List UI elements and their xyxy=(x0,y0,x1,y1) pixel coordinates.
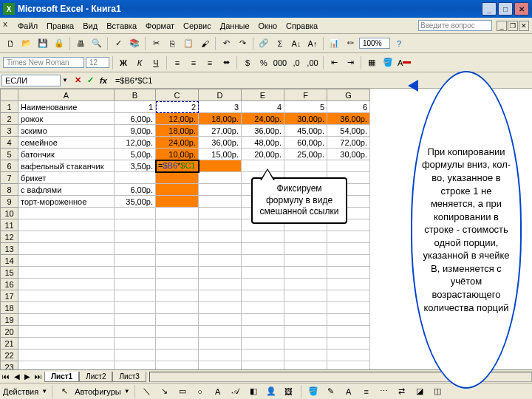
new-icon[interactable]: 🗋 xyxy=(3,36,18,51)
fill-color-draw-icon[interactable]: 🪣 xyxy=(306,384,321,399)
increase-decimal-icon[interactable]: ,00 xyxy=(305,55,320,70)
underline-icon[interactable]: Ч xyxy=(149,55,163,70)
row-header[interactable]: 5 xyxy=(1,149,18,160)
cell-E1[interactable]: 4 xyxy=(242,101,284,113)
font-color-icon[interactable]: A xyxy=(397,55,412,70)
row-header[interactable]: 2 xyxy=(1,113,18,125)
currency-icon[interactable]: $ xyxy=(240,55,255,70)
cell-C4[interactable]: 24,00р. xyxy=(156,137,199,149)
row-header[interactable]: 22 xyxy=(1,349,18,361)
bold-icon[interactable]: Ж xyxy=(116,55,131,70)
align-right-icon[interactable]: ≡ xyxy=(202,55,217,70)
drawing-icon[interactable]: ✏ xyxy=(343,36,358,51)
decrease-indent-icon[interactable]: ⇤ xyxy=(327,55,341,70)
3d-icon[interactable]: ◫ xyxy=(430,384,445,399)
spreadsheet-grid[interactable]: A B C D E F G 1 Наименование 1 2 3 4 5 6… xyxy=(0,89,370,369)
cell-A8[interactable]: с вафлями xyxy=(18,184,115,196)
cell-D7[interactable] xyxy=(199,172,242,184)
cell-C5[interactable]: 10,00р. xyxy=(156,149,199,160)
row-header[interactable]: 16 xyxy=(1,279,18,290)
tab-nav-last-icon[interactable]: ⏭ xyxy=(33,372,44,381)
row-header[interactable]: 8 xyxy=(1,184,18,196)
row-header[interactable]: 13 xyxy=(1,243,18,255)
line-color-icon[interactable]: ✎ xyxy=(324,384,338,399)
confirm-formula-button[interactable]: ✓ xyxy=(85,75,97,86)
cell-C8[interactable] xyxy=(156,184,199,196)
dropdown-icon[interactable]: ▼ xyxy=(124,388,130,395)
font-select[interactable] xyxy=(3,57,84,68)
menu-window[interactable]: Окно xyxy=(254,20,282,32)
row-header[interactable]: 14 xyxy=(1,255,18,267)
cell-D1[interactable]: 3 xyxy=(199,101,242,113)
fill-color-icon[interactable]: 🪣 xyxy=(381,55,395,70)
font-size-select[interactable] xyxy=(86,57,109,68)
row-header[interactable]: 12 xyxy=(1,231,18,243)
menu-view[interactable]: Вид xyxy=(78,20,102,32)
rectangle-icon[interactable]: ▭ xyxy=(175,384,190,399)
dropdown-icon[interactable]: ▼ xyxy=(41,388,47,395)
font-color-draw-icon[interactable]: A xyxy=(341,384,356,399)
percent-icon[interactable]: % xyxy=(256,55,271,70)
col-header-E[interactable]: E xyxy=(242,89,284,101)
line-icon[interactable]: ＼ xyxy=(140,384,154,399)
cell-D4[interactable]: 36,00р. xyxy=(199,137,242,149)
redo-icon[interactable]: ↷ xyxy=(235,36,250,51)
arrow-icon[interactable]: ↘ xyxy=(157,384,172,399)
mdi-close[interactable]: ✕ xyxy=(519,21,529,31)
cell-D3[interactable]: 27,00р. xyxy=(199,125,242,137)
decrease-decimal-icon[interactable]: ,0 xyxy=(289,55,304,70)
maximize-button[interactable]: □ xyxy=(498,2,513,16)
minimize-button[interactable]: _ xyxy=(482,2,497,16)
col-header-A[interactable]: A xyxy=(18,89,115,101)
format-painter-icon[interactable]: 🖌 xyxy=(197,36,212,51)
cancel-formula-button[interactable]: ✕ xyxy=(72,75,84,86)
autosum-icon[interactable]: Σ xyxy=(273,36,287,51)
cell-F3[interactable]: 45,00р. xyxy=(284,125,327,137)
menu-data[interactable]: Данные xyxy=(216,20,254,32)
cell-B4[interactable]: 12,00р. xyxy=(115,137,156,149)
row-header[interactable]: 4 xyxy=(1,137,18,149)
row-header[interactable]: 20 xyxy=(1,326,18,338)
row-header[interactable]: 21 xyxy=(1,338,18,349)
select-objects-icon[interactable]: ↖ xyxy=(57,384,72,399)
cell-E3[interactable]: 36,00р. xyxy=(242,125,284,137)
actions-menu[interactable]: Действия xyxy=(3,387,38,396)
col-header-D[interactable]: D xyxy=(199,89,242,101)
cell-G5[interactable]: 30,00р. xyxy=(327,149,370,160)
row-header[interactable]: 3 xyxy=(1,125,18,137)
align-left-icon[interactable]: ≡ xyxy=(170,55,185,70)
diagram-icon[interactable]: ◧ xyxy=(246,384,261,399)
open-icon[interactable]: 📂 xyxy=(19,36,34,51)
cell-D6[interactable] xyxy=(199,160,242,172)
cell-C9[interactable] xyxy=(156,196,199,208)
dash-style-icon[interactable]: ⋯ xyxy=(377,384,392,399)
cell-B8[interactable]: 6,00р. xyxy=(115,184,156,196)
menu-insert[interactable]: Вставка xyxy=(102,20,141,32)
menu-edit[interactable]: Правка xyxy=(42,20,78,32)
cell-A5[interactable]: батончик xyxy=(18,149,115,160)
cell-C7[interactable] xyxy=(156,172,199,184)
shadow-icon[interactable]: ◪ xyxy=(412,384,427,399)
sheet-tab-1[interactable]: Лист1 xyxy=(44,372,79,382)
chart-icon[interactable]: 📊 xyxy=(327,36,341,51)
save-icon[interactable]: 💾 xyxy=(35,36,50,51)
arrow-style-icon[interactable]: ⇄ xyxy=(395,384,409,399)
zoom-input[interactable] xyxy=(359,38,390,49)
cell-F1[interactable]: 5 xyxy=(284,101,327,113)
clipart-icon[interactable]: 👤 xyxy=(264,384,279,399)
spell-icon[interactable]: ✓ xyxy=(111,36,126,51)
cell-B6[interactable]: 3,50р. xyxy=(115,160,156,172)
help-question-input[interactable] xyxy=(418,20,492,31)
close-button[interactable]: ✕ xyxy=(514,2,529,16)
paste-icon[interactable]: 📋 xyxy=(181,36,196,51)
cell-G4[interactable]: 72,00р. xyxy=(327,137,370,149)
cell-F4[interactable]: 60,00р. xyxy=(284,137,327,149)
cell-E4[interactable]: 48,00р. xyxy=(242,137,284,149)
print-icon[interactable]: 🖶 xyxy=(73,36,88,51)
preview-icon[interactable]: 🔍 xyxy=(89,36,104,51)
row-header[interactable]: 1 xyxy=(1,101,18,113)
menu-service[interactable]: Сервис xyxy=(179,20,216,32)
cell-A7[interactable]: брикет xyxy=(18,172,115,184)
borders-icon[interactable]: ▦ xyxy=(364,55,379,70)
menu-help[interactable]: Справка xyxy=(282,20,322,32)
